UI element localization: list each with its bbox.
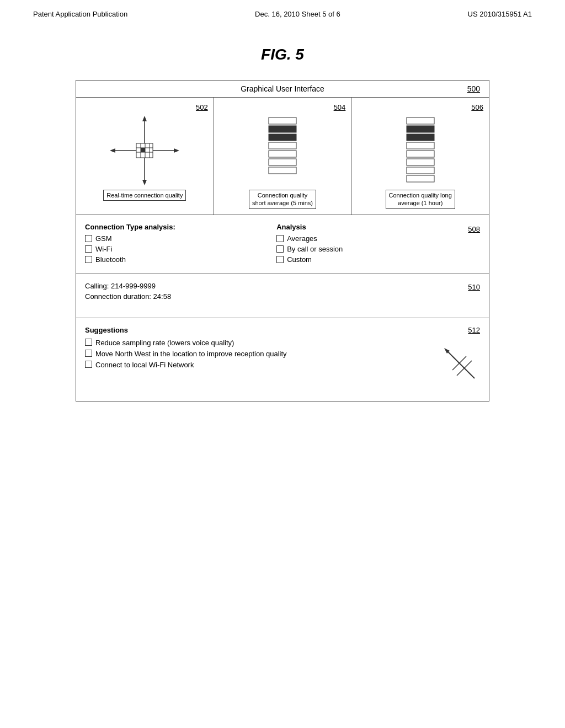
- checkbox-gsm-label: GSM: [95, 234, 112, 243]
- arrow-diagram-512: [436, 340, 480, 384]
- svg-rect-23: [407, 142, 434, 149]
- suggestion-item-2[interactable]: Move North West in the location to impro…: [85, 350, 425, 358]
- svg-rect-20: [407, 117, 434, 124]
- checkbox-bluetooth-box[interactable]: [85, 256, 92, 263]
- suggestion-text-3: Connect to local Wi-Fi Network: [95, 361, 194, 369]
- checkbox-wifi-label: Wi-Fi: [95, 245, 112, 253]
- calling-section-number: 510: [468, 283, 480, 291]
- svg-rect-17: [269, 151, 296, 157]
- gui-header-row: Graphical User Interface 500: [76, 81, 489, 98]
- section-analysis: Connection Type analysis: GSM Wi-Fi Blue…: [76, 215, 489, 274]
- svg-line-28: [447, 351, 475, 378]
- signal-col-506: 506 Connection quality longaverage (1 ho…: [351, 98, 489, 215]
- svg-rect-25: [407, 159, 434, 165]
- fig-title: FIG. 5: [0, 46, 565, 63]
- suggestion-item-3[interactable]: Connect to local Wi-Fi Network: [85, 361, 425, 369]
- analysis-left: Connection Type analysis: GSM Wi-Fi Blue…: [85, 223, 265, 266]
- svg-rect-15: [269, 134, 296, 141]
- bar-chart-506: [401, 115, 440, 186]
- svg-marker-3: [142, 180, 147, 185]
- svg-rect-21: [407, 126, 434, 132]
- checkbox-bluetooth[interactable]: Bluetooth: [85, 255, 265, 264]
- calling-duration: Connection duration: 24:58: [85, 292, 468, 301]
- checkbox-bluetooth-label: Bluetooth: [95, 255, 126, 264]
- checkbox-custom-box[interactable]: [276, 256, 284, 263]
- header-right: US 2010/315951 A1: [468, 10, 532, 18]
- gui-title: Graphical User Interface: [217, 84, 349, 93]
- svg-marker-5: [110, 148, 115, 153]
- suggestions-content: Suggestions Reduce sampling rate (lowers…: [85, 326, 425, 393]
- svg-rect-13: [269, 117, 296, 124]
- gui-container: Graphical User Interface 500 502: [76, 80, 489, 402]
- svg-rect-16: [269, 142, 296, 149]
- section-calling: Calling: 214-999-9999 Connection duratio…: [76, 274, 489, 318]
- section-suggestions: Suggestions Reduce sampling rate (lowers…: [76, 318, 489, 401]
- header-middle: Dec. 16, 2010 Sheet 5 of 6: [255, 10, 340, 18]
- svg-marker-2: [142, 116, 147, 121]
- checkbox-gsm[interactable]: GSM: [85, 234, 265, 243]
- checkbox-averages-label: Averages: [287, 234, 317, 243]
- signal-label-504: Connection qualityshort average (5 mins): [249, 190, 316, 209]
- suggestion-checkbox-1[interactable]: [85, 339, 92, 346]
- gui-number: 500: [467, 84, 480, 93]
- svg-rect-24: [407, 151, 434, 157]
- suggestion-checkbox-3[interactable]: [85, 361, 92, 368]
- checkbox-by-call-box[interactable]: [276, 245, 284, 253]
- checkbox-wifi-box[interactable]: [85, 245, 92, 253]
- signal-col-504: 504 Connection qualityshort average (5 m…: [214, 98, 352, 215]
- calling-number: Calling: 214-999-9999: [85, 282, 468, 290]
- compass-diagram: [109, 115, 180, 186]
- svg-rect-18: [269, 159, 296, 165]
- svg-marker-4: [174, 148, 179, 153]
- analysis-number-508: 508: [468, 224, 480, 233]
- bar-chart-504: [263, 115, 302, 186]
- checkbox-by-call-label: By call or session: [287, 245, 343, 253]
- checkbox-averages-box[interactable]: [276, 235, 284, 242]
- svg-rect-19: [269, 167, 296, 174]
- svg-rect-12: [141, 148, 145, 152]
- signal-col-502: 502: [76, 98, 214, 215]
- checkbox-gsm-box[interactable]: [85, 235, 92, 242]
- analysis-subtitle-right: Analysis: [276, 223, 457, 231]
- section-signals: 502: [76, 98, 489, 215]
- analysis-subtitle-left: Connection Type analysis:: [85, 223, 265, 231]
- analysis-right: Analysis Averages By call or session Cus…: [276, 223, 457, 266]
- signal-number-506: 506: [471, 103, 483, 111]
- calling-info: Calling: 214-999-9999 Connection duratio…: [85, 282, 468, 310]
- svg-rect-26: [407, 167, 434, 174]
- page-header: Patent Application Publication Dec. 16, …: [0, 0, 565, 24]
- checkbox-custom[interactable]: Custom: [276, 255, 457, 264]
- checkbox-wifi[interactable]: Wi-Fi: [85, 245, 265, 253]
- suggestion-checkbox-2[interactable]: [85, 350, 92, 357]
- signal-label-506: Connection quality longaverage (1 hour): [386, 190, 455, 209]
- checkbox-by-call[interactable]: By call or session: [276, 245, 457, 253]
- suggestions-title: Suggestions: [85, 326, 425, 334]
- signal-number-504: 504: [334, 103, 346, 111]
- header-left: Patent Application Publication: [33, 10, 127, 18]
- checkbox-averages[interactable]: Averages: [276, 234, 457, 243]
- suggestion-text-2: Move North West in the location to impro…: [95, 350, 287, 358]
- suggestion-item-1[interactable]: Reduce sampling rate (lowers voice quali…: [85, 339, 425, 347]
- checkbox-custom-label: Custom: [287, 255, 312, 264]
- signal-label-502: Real-time connection quality: [103, 190, 186, 201]
- suggestion-text-1: Reduce sampling rate (lowers voice quali…: [95, 339, 234, 347]
- svg-rect-22: [407, 134, 434, 141]
- suggestions-section-number: 512: [468, 326, 480, 334]
- svg-rect-27: [407, 175, 434, 182]
- signal-number-502: 502: [196, 103, 208, 111]
- svg-rect-14: [269, 126, 296, 132]
